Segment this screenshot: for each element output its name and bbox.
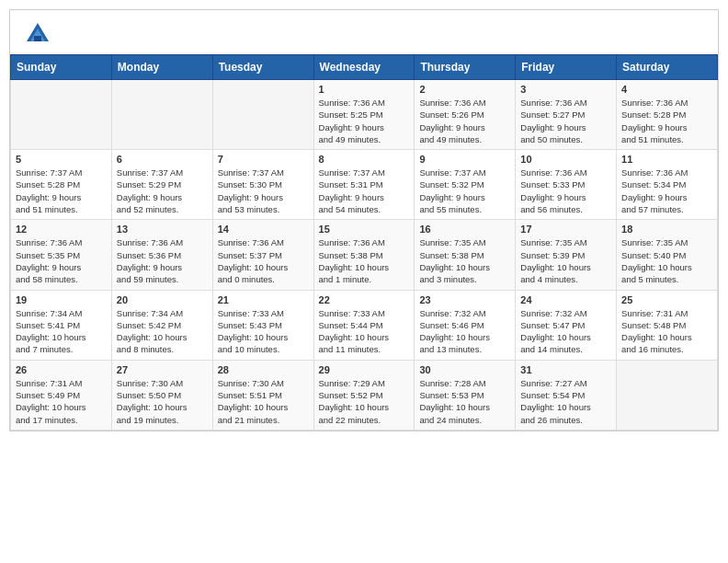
day-number: 6	[117, 154, 208, 165]
day-number: 16	[419, 224, 510, 235]
week-row-1: 1Sunrise: 7:36 AM Sunset: 5:25 PM Daylig…	[11, 80, 718, 150]
day-number: 29	[319, 364, 410, 375]
day-number: 21	[218, 294, 309, 305]
calendar-cell: 29Sunrise: 7:29 AM Sunset: 5:52 PM Dayli…	[313, 360, 415, 430]
day-number: 22	[319, 294, 410, 305]
calendar-cell: 14Sunrise: 7:36 AM Sunset: 5:37 PM Dayli…	[212, 220, 313, 290]
day-number: 4	[621, 84, 712, 95]
day-info: Sunrise: 7:32 AM Sunset: 5:47 PM Dayligh…	[520, 307, 611, 356]
calendar-cell: 26Sunrise: 7:31 AM Sunset: 5:49 PM Dayli…	[11, 360, 112, 430]
calendar-cell: 27Sunrise: 7:30 AM Sunset: 5:50 PM Dayli…	[111, 360, 212, 430]
day-info: Sunrise: 7:28 AM Sunset: 5:53 PM Dayligh…	[419, 377, 510, 426]
day-info: Sunrise: 7:37 AM Sunset: 5:29 PM Dayligh…	[117, 167, 208, 215]
calendar-cell: 18Sunrise: 7:35 AM Sunset: 5:40 PM Dayli…	[617, 220, 718, 290]
calendar-cell: 9Sunrise: 7:37 AM Sunset: 5:32 PM Daylig…	[415, 150, 516, 220]
day-info: Sunrise: 7:36 AM Sunset: 5:33 PM Dayligh…	[520, 167, 611, 215]
weekday-header-wednesday: Wednesday	[313, 55, 415, 80]
day-info: Sunrise: 7:30 AM Sunset: 5:51 PM Dayligh…	[218, 377, 309, 426]
calendar-cell: 31Sunrise: 7:27 AM Sunset: 5:54 PM Dayli…	[516, 360, 617, 430]
day-number: 26	[16, 364, 107, 375]
day-number: 2	[419, 84, 510, 95]
calendar-cell	[11, 80, 112, 150]
calendar-cell: 24Sunrise: 7:32 AM Sunset: 5:47 PM Dayli…	[516, 290, 617, 360]
calendar-cell: 2Sunrise: 7:36 AM Sunset: 5:26 PM Daylig…	[415, 80, 516, 150]
header	[10, 10, 718, 54]
calendar-cell: 15Sunrise: 7:36 AM Sunset: 5:38 PM Dayli…	[313, 220, 415, 290]
day-info: Sunrise: 7:37 AM Sunset: 5:30 PM Dayligh…	[218, 167, 309, 215]
week-row-5: 26Sunrise: 7:31 AM Sunset: 5:49 PM Dayli…	[11, 360, 718, 430]
week-row-2: 5Sunrise: 7:37 AM Sunset: 5:28 PM Daylig…	[11, 150, 718, 220]
day-number: 24	[520, 294, 611, 305]
day-number: 30	[419, 364, 510, 375]
logo-icon	[25, 21, 51, 47]
day-info: Sunrise: 7:36 AM Sunset: 5:27 PM Dayligh…	[520, 97, 611, 145]
calendar-cell	[617, 360, 718, 430]
day-info: Sunrise: 7:33 AM Sunset: 5:43 PM Dayligh…	[218, 307, 309, 356]
calendar-cell: 17Sunrise: 7:35 AM Sunset: 5:39 PM Dayli…	[516, 220, 617, 290]
calendar-cell: 20Sunrise: 7:34 AM Sunset: 5:42 PM Dayli…	[111, 290, 212, 360]
calendar-cell	[111, 80, 212, 150]
day-info: Sunrise: 7:34 AM Sunset: 5:41 PM Dayligh…	[16, 307, 107, 356]
calendar-cell: 11Sunrise: 7:36 AM Sunset: 5:34 PM Dayli…	[617, 150, 718, 220]
calendar-cell: 16Sunrise: 7:35 AM Sunset: 5:38 PM Dayli…	[415, 220, 516, 290]
weekday-header-saturday: Saturday	[617, 55, 718, 80]
calendar-cell: 22Sunrise: 7:33 AM Sunset: 5:44 PM Dayli…	[313, 290, 415, 360]
calendar-cell: 10Sunrise: 7:36 AM Sunset: 5:33 PM Dayli…	[516, 150, 617, 220]
day-number: 20	[117, 294, 208, 305]
calendar-cell: 28Sunrise: 7:30 AM Sunset: 5:51 PM Dayli…	[212, 360, 313, 430]
day-number: 9	[419, 154, 510, 165]
day-number: 27	[117, 364, 208, 375]
calendar-cell: 21Sunrise: 7:33 AM Sunset: 5:43 PM Dayli…	[212, 290, 313, 360]
day-info: Sunrise: 7:31 AM Sunset: 5:49 PM Dayligh…	[16, 377, 107, 426]
calendar-cell: 4Sunrise: 7:36 AM Sunset: 5:28 PM Daylig…	[617, 80, 718, 150]
day-info: Sunrise: 7:32 AM Sunset: 5:46 PM Dayligh…	[419, 307, 510, 356]
day-number: 17	[520, 224, 611, 235]
day-number: 14	[218, 224, 309, 235]
weekday-header-tuesday: Tuesday	[212, 55, 313, 80]
day-number: 11	[621, 154, 712, 165]
week-row-4: 19Sunrise: 7:34 AM Sunset: 5:41 PM Dayli…	[11, 290, 718, 360]
day-info: Sunrise: 7:37 AM Sunset: 5:32 PM Dayligh…	[419, 167, 510, 215]
day-info: Sunrise: 7:34 AM Sunset: 5:42 PM Dayligh…	[117, 307, 208, 356]
calendar-cell: 23Sunrise: 7:32 AM Sunset: 5:46 PM Dayli…	[415, 290, 516, 360]
day-number: 19	[16, 294, 107, 305]
calendar-cell: 30Sunrise: 7:28 AM Sunset: 5:53 PM Dayli…	[415, 360, 516, 430]
day-info: Sunrise: 7:35 AM Sunset: 5:40 PM Dayligh…	[621, 236, 712, 285]
weekday-header-row: SundayMondayTuesdayWednesdayThursdayFrid…	[11, 55, 718, 80]
day-info: Sunrise: 7:31 AM Sunset: 5:48 PM Dayligh…	[621, 307, 712, 356]
day-info: Sunrise: 7:29 AM Sunset: 5:52 PM Dayligh…	[319, 377, 410, 426]
day-number: 3	[520, 84, 611, 95]
day-info: Sunrise: 7:35 AM Sunset: 5:39 PM Dayligh…	[520, 236, 611, 285]
calendar-cell: 12Sunrise: 7:36 AM Sunset: 5:35 PM Dayli…	[11, 220, 112, 290]
day-number: 28	[218, 364, 309, 375]
day-number: 15	[319, 224, 410, 235]
day-number: 18	[621, 224, 712, 235]
day-info: Sunrise: 7:36 AM Sunset: 5:35 PM Dayligh…	[16, 236, 107, 285]
calendar-cell: 3Sunrise: 7:36 AM Sunset: 5:27 PM Daylig…	[516, 80, 617, 150]
day-number: 13	[117, 224, 208, 235]
day-info: Sunrise: 7:36 AM Sunset: 5:28 PM Dayligh…	[621, 97, 712, 145]
day-number: 25	[621, 294, 712, 305]
calendar-cell: 7Sunrise: 7:37 AM Sunset: 5:30 PM Daylig…	[212, 150, 313, 220]
day-number: 12	[16, 224, 107, 235]
day-info: Sunrise: 7:33 AM Sunset: 5:44 PM Dayligh…	[319, 307, 410, 356]
weekday-header-sunday: Sunday	[11, 55, 112, 80]
day-number: 1	[319, 84, 410, 95]
calendar-page: SundayMondayTuesdayWednesdayThursdayFrid…	[9, 9, 719, 431]
calendar-cell	[212, 80, 313, 150]
day-number: 8	[319, 154, 410, 165]
day-info: Sunrise: 7:27 AM Sunset: 5:54 PM Dayligh…	[520, 377, 611, 426]
calendar-cell: 19Sunrise: 7:34 AM Sunset: 5:41 PM Dayli…	[11, 290, 112, 360]
day-info: Sunrise: 7:30 AM Sunset: 5:50 PM Dayligh…	[117, 377, 208, 426]
day-number: 31	[520, 364, 611, 375]
calendar-cell: 6Sunrise: 7:37 AM Sunset: 5:29 PM Daylig…	[111, 150, 212, 220]
day-info: Sunrise: 7:36 AM Sunset: 5:26 PM Dayligh…	[419, 97, 510, 145]
weekday-header-thursday: Thursday	[415, 55, 516, 80]
calendar-cell: 1Sunrise: 7:36 AM Sunset: 5:25 PM Daylig…	[313, 80, 415, 150]
day-info: Sunrise: 7:37 AM Sunset: 5:31 PM Dayligh…	[319, 167, 410, 215]
calendar-cell: 25Sunrise: 7:31 AM Sunset: 5:48 PM Dayli…	[617, 290, 718, 360]
svg-rect-2	[34, 36, 41, 41]
calendar-table: SundayMondayTuesdayWednesdayThursdayFrid…	[10, 54, 718, 431]
day-info: Sunrise: 7:35 AM Sunset: 5:38 PM Dayligh…	[419, 236, 510, 285]
day-number: 5	[16, 154, 107, 165]
